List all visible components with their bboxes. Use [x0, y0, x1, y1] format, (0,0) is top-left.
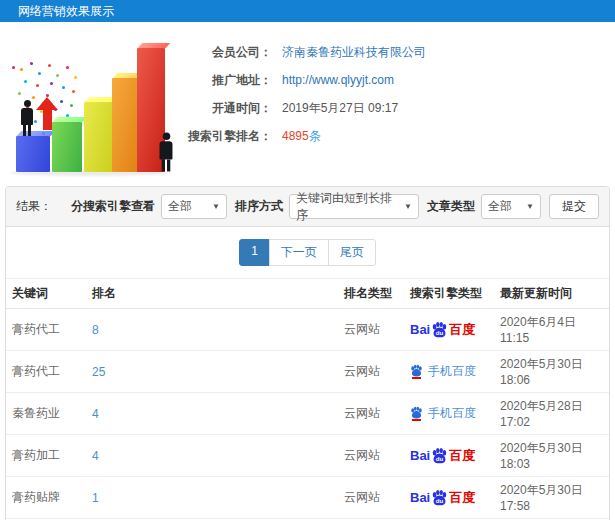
table-row: 膏药贴牌 1 云网站 Bai — [6, 477, 609, 519]
svg-text:du: du — [436, 329, 444, 336]
keyword-cell: 膏药代工 — [6, 351, 86, 393]
updated-time-cell: 2020年5月30日 18:06 — [494, 351, 609, 393]
baidu-mobile-label: 手机百度 — [428, 405, 476, 422]
baidu-mobile-paw-icon — [410, 364, 423, 379]
filter-controls: 分搜索引擎查看 全部 ▼ 排序方式 关键词由短到长排序 ▼ 文章类型 全部 ▼ … — [63, 194, 599, 219]
rank-type-cell: 云网站 — [338, 477, 404, 519]
table-row: 膏药代工 8 云网站 Bai — [6, 309, 609, 351]
article-type-select[interactable]: 全部 ▼ — [481, 194, 541, 219]
page-title-bar: 网络营销效果展示 — [0, 0, 615, 22]
chart-bar-yellow — [84, 102, 113, 172]
sort-select[interactable]: 关键词由短到长排序 ▼ — [289, 194, 419, 219]
baidu-pc-logo: Bai du 百度 — [410, 321, 475, 339]
results-panel: 结果： 分搜索引擎查看 全部 ▼ 排序方式 关键词由短到长排序 ▼ 文章类型 全… — [5, 186, 610, 520]
article-type-label: 文章类型 — [427, 198, 475, 215]
results-panel-heading: 结果： 分搜索引擎查看 全部 ▼ 排序方式 关键词由短到长排序 ▼ 文章类型 全… — [6, 187, 609, 227]
promo-url-label: 推广地址： — [176, 72, 272, 89]
table-row: 膏药代工 25 云网站 — [6, 351, 609, 393]
rank-count-label: 搜索引擎排名： — [176, 128, 272, 145]
member-info-rows: 会员公司： 济南秦鲁药业科技有限公司 推广地址： http://www.qlyy… — [176, 32, 615, 180]
businessman-figure-right — [160, 133, 173, 172]
engine-type-cell: Bai du 百度 — [404, 309, 494, 351]
updated-time-cell: 2020年6月4日 11:15 — [494, 309, 609, 351]
rank-link[interactable]: 4 — [92, 449, 99, 463]
chart-bar-blue — [16, 136, 50, 172]
chevron-down-icon: ▼ — [212, 202, 220, 211]
last-page-button[interactable]: 尾页 — [328, 239, 376, 266]
engine-filter-value: 全部 — [168, 198, 192, 215]
engine-filter-label: 分搜索引擎查看 — [71, 198, 155, 215]
businessman-figure-left — [21, 100, 33, 136]
rank-link[interactable]: 1 — [92, 491, 99, 505]
page-title: 网络营销效果展示 — [18, 3, 114, 20]
svg-text:du: du — [436, 455, 444, 462]
updated-time-cell: 2020年5月30日 18:03 — [494, 435, 609, 477]
rank-type-cell: 云网站 — [338, 435, 404, 477]
results-table: 关键词 排名 排名类型 搜索引擎类型 最新更新时间 膏药代工 8 云网站 Bai — [6, 278, 609, 520]
baidu-logo-cn-text: 百度 — [449, 489, 475, 507]
rank-count-row: 搜索引擎排名： 4895条 — [176, 122, 615, 150]
rank-type-cell: 云网站 — [338, 351, 404, 393]
engine-type-cell: 手机百度 — [404, 351, 494, 393]
header-updated: 最新更新时间 — [494, 279, 609, 309]
engine-type-cell: Bai du 百度 — [404, 435, 494, 477]
updated-time-cell: 2020年5月30日 17:58 — [494, 477, 609, 519]
keyword-cell: 膏药贴牌 — [6, 477, 86, 519]
keyword-cell: 膏药代工 — [6, 309, 86, 351]
baidu-logo-bai-text: Bai — [410, 448, 430, 463]
header-rank: 排名 — [86, 279, 338, 309]
table-row: 膏药加工 4 云网站 Bai — [6, 435, 609, 477]
updated-time-cell: 2020年5月28日 17:02 — [494, 393, 609, 435]
submit-button[interactable]: 提交 — [549, 194, 599, 219]
promo-url-link[interactable]: http://www.qlyyjt.com — [282, 73, 394, 87]
baidu-paw-icon: du — [431, 321, 448, 338]
article-type-value: 全部 — [488, 198, 512, 215]
company-link[interactable]: 济南秦鲁药业科技有限公司 — [282, 44, 426, 61]
keyword-cell: 秦鲁药业 — [6, 393, 86, 435]
svg-text:du: du — [436, 497, 444, 504]
rank-type-cell: 云网站 — [338, 393, 404, 435]
baidu-pc-logo: Bai du 百度 — [410, 447, 475, 465]
rank-count-value: 4895条 — [282, 128, 321, 145]
open-time-row: 开通时间： 2019年5月27日 09:17 — [176, 94, 615, 122]
baidu-pc-logo: Bai du 百度 — [410, 489, 475, 507]
pagination: 1 下一页 尾页 — [6, 239, 609, 266]
engine-filter-select[interactable]: 全部 ▼ — [161, 194, 227, 219]
table-row: 秦鲁药业 4 云网站 — [6, 393, 609, 435]
header-keyword: 关键词 — [6, 279, 86, 309]
rank-link[interactable]: 4 — [92, 407, 99, 421]
baidu-mobile-paw-icon — [410, 406, 423, 421]
results-label: 结果： — [16, 198, 52, 215]
keyword-cell: 膏药加工 — [6, 435, 86, 477]
engine-type-cell: Bai du 百度 — [404, 477, 494, 519]
engine-type-cell: 手机百度 — [404, 393, 494, 435]
page-1-button[interactable]: 1 — [239, 239, 270, 266]
chevron-down-icon: ▼ — [526, 202, 534, 211]
growth-arrow-icon — [36, 97, 58, 130]
rank-link[interactable]: 25 — [92, 365, 105, 379]
open-time-value: 2019年5月27日 09:17 — [282, 100, 398, 117]
next-page-button[interactable]: 下一页 — [269, 239, 329, 266]
rank-link[interactable]: 8 — [92, 323, 99, 337]
sort-value: 关键词由短到长排序 — [296, 190, 398, 224]
sort-label: 排序方式 — [235, 198, 283, 215]
baidu-logo-bai-text: Bai — [410, 490, 430, 505]
header-rank-type: 排名类型 — [338, 279, 404, 309]
company-row: 会员公司： 济南秦鲁药业科技有限公司 — [176, 38, 615, 66]
promo-url-row: 推广地址： http://www.qlyyjt.com — [176, 66, 615, 94]
baidu-paw-icon: du — [431, 447, 448, 464]
baidu-logo-cn-text: 百度 — [449, 321, 475, 339]
confetti-decoration — [12, 66, 15, 69]
chevron-down-icon: ▼ — [404, 202, 412, 211]
table-header-row: 关键词 排名 排名类型 搜索引擎类型 最新更新时间 — [6, 279, 609, 309]
baidu-mobile-logo: 手机百度 — [410, 405, 476, 422]
rank-type-cell: 云网站 — [338, 309, 404, 351]
baidu-logo-bai-text: Bai — [410, 322, 430, 337]
member-info-section: 会员公司： 济南秦鲁药业科技有限公司 推广地址： http://www.qlyy… — [0, 32, 615, 180]
baidu-mobile-logo: 手机百度 — [410, 363, 476, 380]
header-engine-type: 搜索引擎类型 — [404, 279, 494, 309]
baidu-logo-cn-text: 百度 — [449, 447, 475, 465]
results-panel-body: 1 下一页 尾页 关键词 排名 排名类型 搜索引擎类型 最新更新时间 膏药代工 … — [6, 227, 609, 520]
baidu-paw-icon: du — [431, 489, 448, 506]
bar-chart-illustration — [6, 32, 176, 178]
